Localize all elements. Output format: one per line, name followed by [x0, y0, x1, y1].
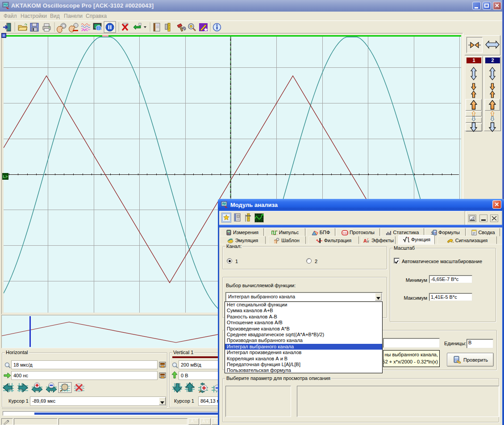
- svg-text:010: 010: [343, 231, 348, 235]
- svg-text:A: A: [363, 238, 367, 243]
- svg-text:v: v: [367, 239, 369, 243]
